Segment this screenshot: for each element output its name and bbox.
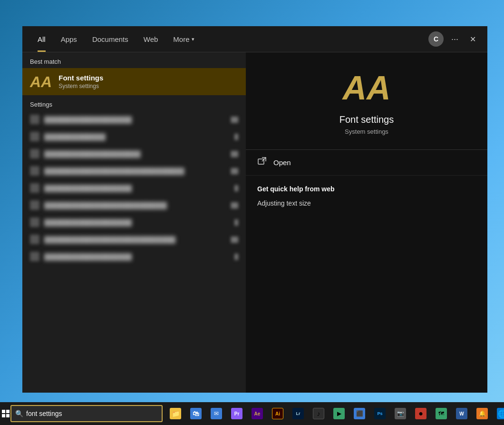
best-match-subtitle: System settings <box>58 83 103 89</box>
taskbar-item-app2[interactable]: ● <box>411 403 431 424</box>
word-icon: W <box>456 408 467 419</box>
taskbar-item-tiktok[interactable]: ♪ <box>309 403 329 424</box>
tiktok-icon: ♪ <box>313 408 324 419</box>
avatar: C <box>428 31 444 47</box>
best-match-text: Font settings System settings <box>58 74 103 89</box>
settings-item-text: ██████████████ █ <box>44 133 238 140</box>
list-item[interactable]: ████████████████████████████████ ██ <box>22 162 246 179</box>
taskbar: 🔍 📁 🛍 ✉ Pr Ae Ai <box>0 402 504 425</box>
settings-item-text: ████████████████████ █ <box>44 185 238 192</box>
settings-item-text: ████████████████████ █ <box>44 219 238 226</box>
settings-item-icon <box>30 132 39 141</box>
settings-item-text: ██████████████████████ ██ <box>44 150 238 158</box>
main-content: Best match AA Font settings System setti… <box>22 52 487 393</box>
windows-logo <box>2 410 10 417</box>
app2-icon: ● <box>415 408 426 419</box>
settings-item-icon <box>30 183 39 193</box>
edge-icon: 🌐 <box>497 408 504 419</box>
tab-actions: C ··· ✕ <box>428 31 480 47</box>
list-item[interactable]: ████████████████████ ██ <box>22 111 246 128</box>
open-label: Open <box>273 158 291 167</box>
start-button[interactable] <box>2 403 10 424</box>
photoshop-icon: Ps <box>374 408 386 419</box>
app1-icon: 📷 <box>395 408 406 419</box>
tab-all[interactable]: All <box>30 26 53 52</box>
tab-documents[interactable]: Documents <box>85 26 136 52</box>
taskbar-item-file-explorer[interactable]: 📁 <box>165 403 185 424</box>
lightroom-icon: Lr <box>292 408 304 419</box>
settings-item-icon <box>30 149 39 158</box>
result-title: Font settings <box>339 114 394 125</box>
settings-item-text: ████████████████████ █ <box>44 253 238 260</box>
taskbar-item-premiere[interactable]: Pr <box>227 403 247 424</box>
search-input[interactable] <box>26 410 150 417</box>
best-match-item[interactable]: AA Font settings System settings <box>22 68 246 95</box>
best-match-label: Best match <box>22 52 246 68</box>
video-icon: ⬛ <box>354 408 365 419</box>
tabs-bar: All Apps Documents Web More ▾ C ··· ✕ <box>22 26 487 52</box>
maps-icon: 🗺 <box>436 408 447 419</box>
media-icon: ▶ <box>333 408 345 419</box>
illustrator-icon: Ai <box>272 408 283 419</box>
adjusting-text-link[interactable]: Adjusting text size <box>257 198 476 209</box>
settings-item-icon <box>30 166 39 176</box>
settings-label: Settings <box>22 95 246 111</box>
settings-item-text: ████████████████████████████████ ██ <box>44 168 238 175</box>
store-icon: 🛍 <box>190 408 202 419</box>
settings-section: ████████████████████ ██ ██████████████ █ <box>22 111 246 393</box>
left-panel: Best match AA Font settings System setti… <box>22 52 246 393</box>
taskbar-item-media[interactable]: ▶ <box>329 403 349 424</box>
file-explorer-icon: 📁 <box>170 408 181 419</box>
taskbar-item-video[interactable]: ⬛ <box>349 403 369 424</box>
taskbar-item-maps[interactable]: 🗺 <box>431 403 451 424</box>
settings-item-icon <box>30 217 39 227</box>
taskbar-items: 📁 🛍 ✉ Pr Ae Ai <box>165 403 504 424</box>
list-item[interactable]: ████████████████████████████ ██ <box>22 197 246 214</box>
app3-icon: 🔔 <box>476 408 488 419</box>
font-big-icon: AA <box>342 71 390 105</box>
taskbar-item-store[interactable]: 🛍 <box>186 403 206 424</box>
web-help-title: Get quick help from web <box>257 185 476 193</box>
close-button[interactable]: ✕ <box>466 33 480 46</box>
chevron-down-icon: ▾ <box>192 36 194 42</box>
taskbar-search-box[interactable]: 🔍 <box>10 405 163 422</box>
list-item[interactable]: ██████████████████████ ██ <box>22 145 246 162</box>
open-action[interactable]: Open <box>246 150 487 176</box>
right-panel: AA Font settings System settings Open <box>246 52 487 393</box>
tab-more[interactable]: More ▾ <box>165 26 202 52</box>
list-item[interactable]: ████████████████████ █ <box>22 179 246 197</box>
settings-item-icon <box>30 115 39 124</box>
svg-rect-0 <box>258 159 264 164</box>
taskbar-item-app3[interactable]: 🔔 <box>472 403 492 424</box>
open-icon <box>257 157 267 168</box>
list-item[interactable]: ██████████████ █ <box>22 128 246 145</box>
taskbar-item-lr[interactable]: Lr <box>288 403 308 424</box>
best-match-title: Font settings <box>58 74 103 82</box>
ellipsis-button[interactable]: ··· <box>447 32 462 46</box>
desktop: All Apps Documents Web More ▾ C ··· ✕ <box>0 0 504 425</box>
taskbar-item-photoshop[interactable]: Ps <box>370 403 390 424</box>
result-header: AA Font settings System settings <box>246 52 487 150</box>
aftereffects-icon: Ae <box>252 408 263 419</box>
settings-item-text: ████████████████████████████ ██ <box>44 202 238 209</box>
tab-apps[interactable]: Apps <box>53 26 85 52</box>
list-item[interactable]: ██████████████████████████████ ██ <box>22 231 246 248</box>
taskbar-item-aftereffects[interactable]: Ae <box>247 403 267 424</box>
list-item[interactable]: ████████████████████ █ <box>22 214 246 231</box>
settings-item-text: ████████████████████ ██ <box>44 116 238 123</box>
taskbar-item-edge[interactable]: 🌐 <box>493 403 504 424</box>
taskbar-item-word[interactable]: W <box>452 403 472 424</box>
settings-item-icon <box>30 200 39 210</box>
web-help-section: Get quick help from web Adjusting text s… <box>246 176 487 214</box>
result-subtitle: System settings <box>345 128 388 135</box>
list-item[interactable]: ████████████████████ █ <box>22 248 246 265</box>
taskbar-item-illustrator[interactable]: Ai <box>268 403 288 424</box>
premiere-icon: Pr <box>231 408 242 419</box>
settings-item-text: ██████████████████████████████ ██ <box>44 236 238 243</box>
search-window: All Apps Documents Web More ▾ C ··· ✕ <box>22 26 487 393</box>
tab-web[interactable]: Web <box>136 26 166 52</box>
mail-icon: ✉ <box>211 408 222 419</box>
taskbar-item-app1[interactable]: 📷 <box>390 403 410 424</box>
taskbar-item-mail[interactable]: ✉ <box>206 403 226 424</box>
search-icon: 🔍 <box>15 410 23 417</box>
